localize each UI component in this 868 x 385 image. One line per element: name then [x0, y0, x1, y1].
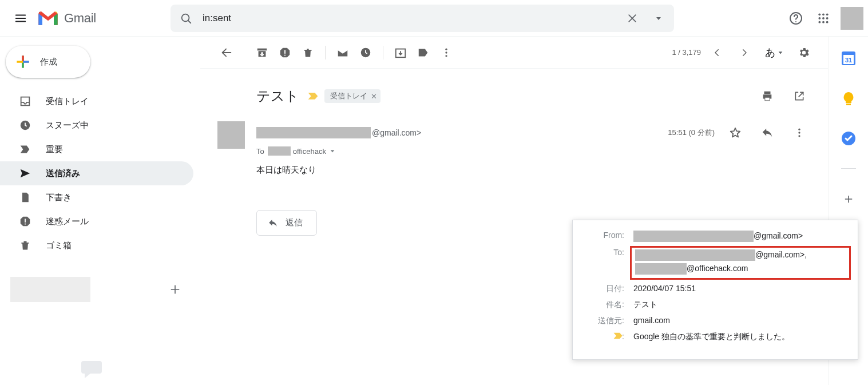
tasks-addon[interactable]: [838, 128, 859, 149]
search-input[interactable]: [199, 5, 619, 32]
trash-icon: [18, 239, 32, 252]
archive-button[interactable]: [251, 41, 274, 64]
open-external-icon: [794, 90, 805, 102]
next-page-button[interactable]: [733, 41, 756, 64]
clear-search-button[interactable]: [619, 5, 645, 31]
gmail-logo-text: Gmail: [64, 11, 96, 26]
nav-label: 迷惑メール: [46, 216, 89, 227]
reply-button[interactable]: 返信: [256, 210, 317, 236]
google-apps-button[interactable]: [810, 5, 837, 32]
main-menu-button[interactable]: [7, 5, 34, 32]
email-subject: テスト: [256, 87, 299, 105]
star-button[interactable]: [724, 121, 747, 144]
subject-row: テスト 受信トレイ ✕: [217, 80, 811, 112]
svg-point-29: [445, 48, 447, 50]
settings-button[interactable]: [792, 41, 815, 64]
print-button[interactable]: [756, 85, 779, 108]
delete-button[interactable]: [296, 41, 319, 64]
snooze-button[interactable]: [354, 41, 377, 64]
details-date-label: 日付:: [583, 284, 633, 294]
svg-point-15: [818, 21, 821, 23]
nav-label: 送信済み: [46, 168, 80, 179]
message-more-button[interactable]: [788, 121, 811, 144]
sidebar-bottom-bar: [0, 273, 200, 305]
svg-point-35: [798, 132, 800, 133]
spam-icon: [18, 215, 32, 228]
details-important-text: Google 独自の基準で重要と判断しました。: [633, 332, 847, 342]
hangouts-user-block[interactable]: [10, 277, 90, 302]
nav-label: 受信トレイ: [46, 96, 89, 107]
details-subject-label: 件名:: [583, 300, 633, 310]
nav-item-spam[interactable]: 迷惑メール: [0, 209, 193, 233]
details-from-value: @gmail.com>: [633, 231, 847, 242]
important-marker-icon[interactable]: [307, 92, 319, 101]
input-method-button[interactable]: あ: [765, 46, 783, 59]
label-chip-inbox[interactable]: 受信トレイ ✕: [324, 89, 381, 103]
arrow-left-icon: [220, 46, 233, 59]
nav-item-trash[interactable]: ゴミ箱: [0, 233, 193, 257]
nav-item-sent[interactable]: 送信済み: [0, 161, 193, 185]
labels-button[interactable]: [412, 41, 435, 64]
plus-icon: ＋: [842, 189, 855, 208]
move-to-button[interactable]: [389, 41, 412, 64]
account-avatar[interactable]: [841, 7, 863, 30]
plus-icon: [169, 284, 181, 295]
header-right: [759, 5, 863, 32]
nav-list: 受信トレイ スヌーズ中 重要 送信済み 下書き: [0, 89, 200, 257]
nav-item-important[interactable]: 重要: [0, 137, 193, 161]
sidebar: 作成 受信トレイ スヌーズ中 重要 送信済み: [0, 37, 200, 385]
back-button[interactable]: [215, 41, 238, 64]
calendar-addon[interactable]: 31: [838, 48, 859, 69]
get-addons-button[interactable]: ＋: [838, 188, 859, 209]
label-chip-text: 受信トレイ: [330, 91, 367, 101]
to-prefix: To: [256, 147, 264, 156]
sender-avatar[interactable]: [217, 121, 245, 149]
svg-point-31: [445, 55, 447, 57]
svg-point-10: [822, 13, 825, 15]
svg-line-4: [188, 20, 191, 22]
keep-addon[interactable]: [838, 88, 859, 109]
more-vert-icon: [794, 127, 805, 138]
nav-label: スヌーズ中: [46, 120, 89, 131]
draft-icon: [18, 190, 32, 204]
reply-icon-button[interactable]: [756, 121, 779, 144]
more-button[interactable]: [435, 41, 458, 64]
new-chat-button[interactable]: [164, 278, 187, 301]
svg-point-12: [818, 17, 821, 19]
hamburger-icon: [14, 12, 27, 25]
svg-rect-19: [25, 219, 26, 222]
report-spam-button[interactable]: [274, 41, 296, 64]
gear-icon: [798, 46, 810, 59]
chevron-right-icon: [739, 47, 750, 58]
nav-item-drafts[interactable]: 下書き: [0, 185, 193, 209]
details-mailedby-label: 送信元:: [583, 316, 633, 326]
details-subject-value: テスト: [633, 300, 847, 310]
compose-label: 作成: [40, 57, 58, 68]
show-details-button[interactable]: [330, 147, 335, 156]
reply-button-label: 返信: [286, 217, 303, 228]
help-icon: [789, 11, 803, 25]
send-icon: [18, 166, 32, 180]
open-new-window-button[interactable]: [788, 85, 811, 108]
search-options-button[interactable]: [645, 5, 672, 31]
svg-point-34: [798, 129, 800, 130]
details-date-value: 2020/04/07 15:51: [633, 284, 847, 293]
prev-page-button[interactable]: [706, 41, 728, 64]
tasks-icon: [841, 131, 856, 146]
caret-down-icon: [655, 15, 662, 22]
support-button[interactable]: [782, 5, 810, 32]
inbox-icon: [18, 94, 32, 108]
search-button[interactable]: [173, 5, 199, 31]
gmail-logo[interactable]: Gmail: [34, 10, 171, 27]
mark-unread-icon: [336, 46, 350, 59]
details-to-line1: @gmail.com>,: [635, 249, 846, 261]
svg-text:31: 31: [845, 57, 851, 63]
nav-item-inbox[interactable]: 受信トレイ: [0, 89, 193, 113]
compose-button[interactable]: 作成: [6, 46, 90, 78]
remove-label-button[interactable]: ✕: [371, 92, 377, 101]
redacted-to-name: [268, 146, 291, 156]
reply-icon: [267, 218, 279, 228]
mark-unread-button[interactable]: [331, 41, 354, 64]
nav-item-snoozed[interactable]: スヌーズ中: [0, 113, 193, 137]
to-line: To officehack: [256, 146, 811, 156]
